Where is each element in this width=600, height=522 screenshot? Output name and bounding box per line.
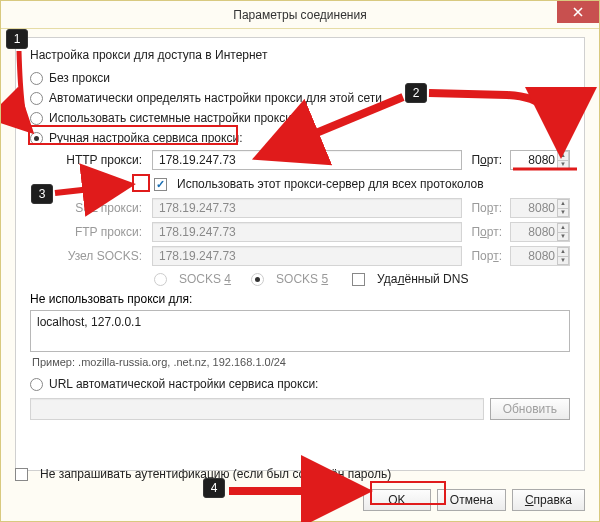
ssl-port-label: Порт: [466, 201, 506, 215]
radio-pac-url[interactable]: URL автоматической настройки сервиса про… [30, 374, 570, 394]
http-label: HTTP прокси: [48, 153, 148, 167]
ftp-label: FTP прокси: [48, 225, 148, 239]
ok-button[interactable]: OK [363, 489, 431, 511]
spinner-icon[interactable]: ▲▼ [557, 151, 569, 169]
no-proxy-label: Не использовать прокси для: [30, 292, 570, 306]
http-proxy-input[interactable]: 178.19.247.73 [152, 150, 462, 170]
titlebar: Параметры соединения [1, 1, 599, 29]
section-heading: Настройка прокси для доступа в Интернет [30, 48, 570, 62]
remote-dns-checkbox[interactable] [352, 273, 365, 286]
radio-label: URL автоматической настройки сервиса про… [49, 377, 318, 391]
radio-label: Ручная настройка сервиса прокси: [49, 131, 242, 145]
ssl-proxy-input: 178.19.247.73 [152, 198, 462, 218]
radio-no-proxy[interactable]: Без прокси [30, 68, 570, 88]
remote-dns-label: Удалённый DNS [377, 272, 468, 286]
close-button[interactable] [557, 1, 599, 23]
socks4-label: SOCKS 4 [179, 272, 231, 286]
http-port-label: Порт: [466, 153, 506, 167]
no-auth-prompt-checkbox[interactable] [15, 468, 28, 481]
bottom-bar: Не запрашивать аутентификацию (если был … [15, 467, 585, 511]
radio-icon [30, 72, 43, 85]
radio-icon [30, 92, 43, 105]
dialog-content: Настройка прокси для доступа в Интернет … [15, 37, 585, 471]
ftp-proxy-input: 178.19.247.73 [152, 222, 462, 242]
no-proxy-textarea[interactable]: localhost, 127.0.0.1 [30, 310, 570, 352]
socks-host-input: 178.19.247.73 [152, 246, 462, 266]
socks5-label: SOCKS 5 [276, 272, 328, 286]
help-button[interactable]: Справка [512, 489, 585, 511]
radio-icon [30, 112, 43, 125]
radio-socks5 [251, 273, 264, 286]
spinner-icon: ▲▼ [557, 247, 569, 265]
ssl-label: SSL прокси: [48, 201, 148, 215]
radio-manual-proxy[interactable]: Ручная настройка сервиса прокси: [30, 128, 570, 148]
ftp-port-label: Порт: [466, 225, 506, 239]
spinner-icon: ▲▼ [557, 199, 569, 217]
socks-label: Узел SOCKS: [48, 249, 148, 263]
no-auth-prompt-label: Не запрашивать аутентификацию (если был … [40, 467, 391, 481]
pac-url-input [30, 398, 484, 420]
radio-socks4 [154, 273, 167, 286]
spinner-icon: ▲▼ [557, 223, 569, 241]
reload-button[interactable]: Обновить [490, 398, 570, 420]
radio-icon [30, 132, 43, 145]
no-proxy-example: Пример: .mozilla-russia.org, .net.nz, 19… [30, 356, 570, 368]
socks-port-label: Порт: [466, 249, 506, 263]
cancel-button[interactable]: Отмена [437, 489, 506, 511]
radio-label: Использовать системные настройки прокси [49, 111, 292, 125]
radio-auto-detect[interactable]: Автоматически определять настройки прокс… [30, 88, 570, 108]
radio-icon [30, 378, 43, 391]
radio-label: Без прокси [49, 71, 110, 85]
use-for-all-checkbox[interactable] [154, 178, 167, 191]
use-for-all-label: Использовать этот прокси-сервер для всех… [177, 177, 484, 191]
radio-label: Автоматически определять настройки прокс… [49, 91, 382, 105]
radio-system-proxy[interactable]: Использовать системные настройки прокси [30, 108, 570, 128]
window-title: Параметры соединения [233, 8, 366, 22]
